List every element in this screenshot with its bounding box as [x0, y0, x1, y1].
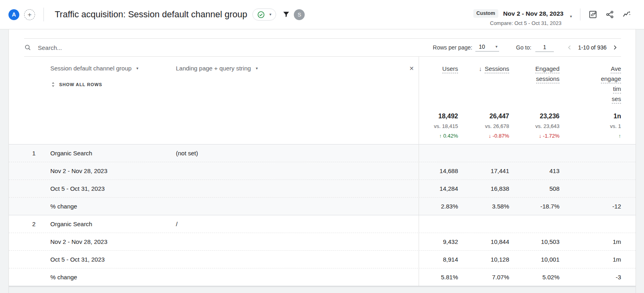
- table-scroll-shadow: [9, 286, 636, 293]
- totals-engaged-sessions: 23,236 vs. 23,643 ↓ -1.72%: [510, 112, 559, 139]
- metric-header: Engaged sessions: [510, 64, 559, 84]
- users-value: 9,432: [419, 233, 459, 250]
- metric-column-users: Users 18,492 vs. 18,415 ↑ 0.42%: [419, 57, 459, 144]
- engaged-sessions-pct: -18.7%: [510, 198, 560, 215]
- add-comparison-button[interactable]: +: [24, 9, 35, 20]
- table-header: Session default channel group ▾ SHOW ALL…: [24, 57, 621, 144]
- period-label: Nov 2 - Nov 28, 2023: [50, 162, 419, 180]
- account-avatar[interactable]: A: [8, 9, 19, 20]
- app-bar: A + Traffic acquisition: Session default…: [0, 0, 644, 29]
- sessions-value: 16,838: [459, 180, 510, 197]
- divider: [43, 8, 44, 21]
- collaborator-avatar[interactable]: S: [294, 9, 305, 20]
- goto-label: Go to:: [516, 44, 531, 51]
- metric-header: ↓Sessions: [459, 64, 509, 74]
- avg-engagement-value: 1m: [560, 233, 622, 250]
- totals-avg-engagement-time: 1n vs. 1 ↑: [560, 112, 621, 139]
- insights-button[interactable]: [618, 6, 635, 23]
- filter-button[interactable]: [282, 10, 290, 19]
- total-value: 1n: [560, 112, 621, 120]
- chevron-down-icon: ▾: [136, 66, 138, 70]
- metric-label-users[interactable]: Users: [442, 65, 458, 73]
- report-table-card: Rows per page: 10 ▾ Go to: 1-10 of 936: [8, 29, 636, 293]
- rows-per-page-select[interactable]: 10 ▾: [475, 43, 499, 52]
- engaged-sessions-value: 10,503: [510, 233, 560, 250]
- edit-report-button[interactable]: [584, 6, 601, 23]
- total-vs: vs. 26,678: [459, 123, 509, 130]
- table-row-pct-change: % change 5.81% 7.07% 5.02% -3: [9, 268, 636, 286]
- pct-change-label: % change: [50, 198, 419, 215]
- metric-label-sessions[interactable]: Sessions: [485, 65, 509, 73]
- table-row-period2: Oct 5 - Oct 31, 2023 14,284 16,838 508: [9, 180, 636, 197]
- metric-column-sessions: ↓Sessions 26,447 vs. 26,678 ↓ -0.87%: [459, 57, 510, 144]
- date-range-selector[interactable]: Custom Nov 2 - Nov 28, 2023 ▾: [473, 9, 572, 18]
- channel-cell: Organic Search: [50, 215, 176, 233]
- remove-dimension-button[interactable]: ✕: [409, 65, 414, 72]
- chevron-right-icon: [611, 43, 619, 52]
- metric-label-avg4[interactable]: ses: [612, 95, 621, 103]
- total-change: ↓ -1.72%: [510, 133, 559, 139]
- total-change: ↓ -0.87%: [459, 133, 509, 139]
- show-all-rows-button[interactable]: SHOW ALL ROWS: [50, 81, 176, 88]
- insights-icon: [622, 10, 631, 19]
- pct-change-label: % change: [50, 268, 419, 286]
- total-change: ↑: [560, 133, 621, 139]
- total-vs: vs. 1: [560, 123, 621, 130]
- search-icon: [24, 44, 31, 51]
- sessions-pct: 3.58%: [459, 198, 510, 215]
- rows-per-page-value: 10: [479, 43, 485, 50]
- avg-engagement-value: [560, 180, 622, 197]
- period-label: Oct 5 - Oct 31, 2023: [50, 251, 419, 268]
- chevron-down-icon: ▾: [256, 66, 258, 70]
- users-value: 14,284: [419, 180, 459, 197]
- page-title: Traffic acquisition: Session default cha…: [55, 9, 247, 20]
- users-pct: 5.81%: [419, 268, 459, 286]
- metric-label-avg3[interactable]: tim: [613, 85, 621, 93]
- date-preset-badge: Custom: [473, 9, 499, 18]
- total-change: ↑ 0.42%: [419, 133, 458, 139]
- dimension-select-landing-page[interactable]: Landing page + query string ▾: [176, 65, 258, 72]
- total-vs: vs. 18,415: [419, 123, 458, 130]
- dimension-label: Session default channel group: [50, 65, 132, 72]
- chevron-down-icon: ▾: [269, 12, 271, 17]
- channel-cell: Organic Search: [50, 144, 176, 162]
- share-button[interactable]: [601, 6, 618, 23]
- previous-page-button[interactable]: [564, 41, 576, 54]
- avg-engagement-pct: -12: [560, 198, 622, 215]
- dimension-select-channel-group[interactable]: Session default channel group ▾: [50, 65, 138, 72]
- rows-per-page-label: Rows per page:: [433, 44, 472, 51]
- search-input[interactable]: [37, 44, 166, 52]
- divider: [580, 8, 580, 21]
- total-value: 23,236: [510, 112, 559, 120]
- compare-range-label: Compare: Oct 5 - Oct 31, 2023: [490, 20, 561, 26]
- row-number-header: [24, 57, 50, 144]
- table-body: 1 Organic Search (not set) Nov 2 - Nov 2…: [24, 144, 621, 293]
- row-number: 2: [24, 215, 50, 233]
- chevron-left-icon: [566, 43, 574, 52]
- metric-header: Users: [419, 64, 458, 74]
- next-page-button[interactable]: [609, 41, 621, 54]
- report-page: Rows per page: 10 ▾ Go to: 1-10 of 936: [0, 29, 644, 293]
- share-icon: [605, 10, 614, 19]
- landing-page-cell: /: [176, 215, 405, 233]
- goto-page-input[interactable]: [535, 43, 554, 52]
- metric-label-engaged[interactable]: Engaged: [535, 65, 559, 73]
- edit-chart-icon: [588, 10, 597, 19]
- avg-engagement-value: [560, 162, 622, 180]
- report-status-button[interactable]: ▾: [252, 8, 276, 21]
- chevron-down-icon: ▾: [570, 14, 572, 19]
- metric-label-avg2[interactable]: engage: [601, 75, 621, 83]
- engaged-sessions-value: 413: [510, 162, 560, 180]
- sessions-value: 10,128: [459, 251, 510, 268]
- table-row-period2: Oct 5 - Oct 31, 2023 8,914 10,128 10,001…: [9, 250, 636, 268]
- unfold-more-icon: [50, 81, 56, 88]
- metric-label-engaged2[interactable]: sessions: [536, 75, 559, 83]
- total-value: 18,492: [419, 112, 458, 120]
- sort-descending-icon: ↓: [479, 65, 482, 72]
- period-label: Nov 2 - Nov 28, 2023: [50, 233, 419, 250]
- total-vs: vs. 23,643: [510, 123, 559, 130]
- table-row-pct-change: % change 2.83% 3.58% -18.7% -12: [9, 197, 636, 215]
- metric-label-avg1[interactable]: Ave: [611, 65, 621, 73]
- engaged-sessions-value: 10,001: [510, 251, 560, 268]
- metric-column-engaged-sessions: Engaged sessions 23,236 vs. 23,643 ↓ -1.…: [510, 57, 560, 144]
